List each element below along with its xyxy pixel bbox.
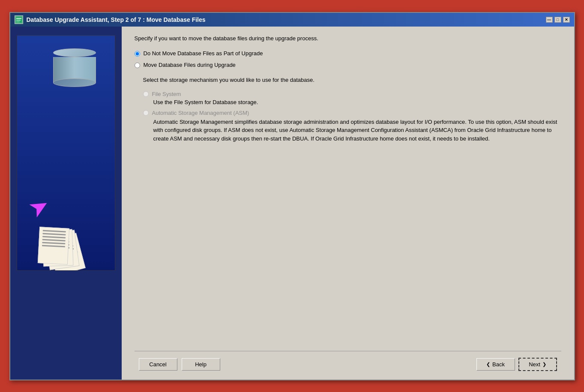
close-button[interactable]: ✕ xyxy=(563,17,570,23)
sub-description: Select the storage mechanism you would l… xyxy=(143,77,561,83)
next-chevron-icon: ❯ xyxy=(542,362,546,367)
filesystem-radio[interactable] xyxy=(143,91,149,97)
asm-desc: Automatic Storage Management simplifies … xyxy=(153,118,561,143)
options-section: Do Not Move Database Files as Part of Up… xyxy=(135,50,561,143)
filesystem-header: File System xyxy=(143,91,561,97)
filesystem-label[interactable]: File System xyxy=(152,91,181,97)
right-buttons: ❮ Back Next ❯ xyxy=(476,358,557,371)
next-label: Next xyxy=(529,361,540,368)
minimize-button[interactable]: — xyxy=(546,17,553,23)
db-cylinder-icon xyxy=(53,48,96,83)
sidebar: ➤ xyxy=(10,27,122,380)
option1-radio[interactable] xyxy=(135,51,140,57)
title-bar: Database Upgrade Assistant, Step 2 of 7 … xyxy=(10,13,574,27)
back-button[interactable]: ❮ Back xyxy=(476,358,515,371)
asm-option: Automatic Storage Management (ASM) Autom… xyxy=(143,110,561,143)
next-button[interactable]: Next ❯ xyxy=(518,358,557,371)
option2-container: Move Database Files during Upgrade xyxy=(135,62,561,68)
window-controls: — □ ✕ xyxy=(546,17,570,23)
option2-radio[interactable] xyxy=(135,63,140,68)
svg-rect-2 xyxy=(16,20,21,21)
option1-label[interactable]: Do Not Move Database Files as Part of Up… xyxy=(144,50,263,57)
option1-container: Do Not Move Database Files as Part of Up… xyxy=(135,50,561,57)
left-buttons: Cancel Help xyxy=(139,358,220,371)
arrow-icon: ➤ xyxy=(25,192,52,221)
separator xyxy=(135,351,561,351)
svg-rect-3 xyxy=(16,21,20,22)
title-bar-left: Database Upgrade Assistant, Step 2 of 7 … xyxy=(15,15,206,24)
asm-label[interactable]: Automatic Storage Management (ASM) xyxy=(152,110,249,116)
filesystem-desc: Use the File System for Database storage… xyxy=(153,99,561,105)
footer-section: Cancel Help ❮ Back Next ❯ xyxy=(135,344,561,371)
cancel-button[interactable]: Cancel xyxy=(139,358,177,371)
intro-text: Specify if you want to move the database… xyxy=(135,35,561,42)
main-panel: Specify if you want to move the database… xyxy=(122,27,574,380)
app-icon xyxy=(15,15,23,24)
asm-radio[interactable] xyxy=(143,110,149,116)
back-chevron-icon: ❮ xyxy=(486,362,490,367)
sidebar-illustration: ➤ xyxy=(17,35,115,271)
help-button[interactable]: Help xyxy=(182,358,220,371)
maximize-button[interactable]: □ xyxy=(554,17,561,23)
window-title: Database Upgrade Assistant, Step 2 of 7 … xyxy=(27,16,206,23)
back-label: Back xyxy=(492,361,505,368)
main-window: Database Upgrade Assistant, Step 2 of 7 … xyxy=(9,12,575,380)
sub-section: Select the storage mechanism you would l… xyxy=(143,77,561,143)
option2-label[interactable]: Move Database Files during Upgrade xyxy=(144,62,236,68)
svg-rect-1 xyxy=(16,18,21,19)
asm-header: Automatic Storage Management (ASM) xyxy=(143,110,561,116)
bottom-bar: Cancel Help ❮ Back Next ❯ xyxy=(135,358,561,371)
content-area: ➤ xyxy=(10,27,574,380)
filesystem-option: File System Use the File System for Data… xyxy=(143,91,561,105)
